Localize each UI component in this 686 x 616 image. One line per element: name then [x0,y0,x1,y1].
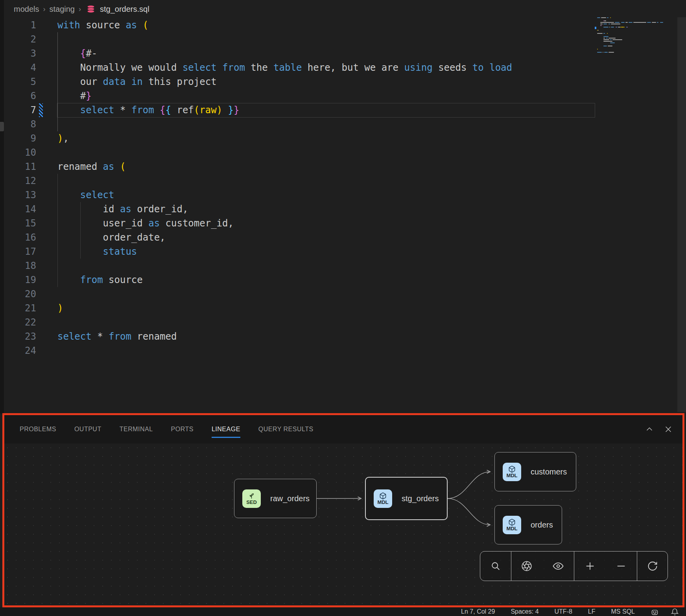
code-line-19[interactable]: 19 from source [0,273,686,287]
line-number: 18 [0,259,36,273]
code-editor[interactable]: 1with source as (23 {#-4 Normally we wou… [0,18,686,358]
badge-label: MDL [377,500,388,505]
minus-icon [616,561,627,572]
status-language-mode[interactable]: MS SQL [611,608,635,615]
model-badge: MDL [503,463,521,481]
line-number: 12 [0,174,36,188]
line-number: 6 [0,89,36,103]
refresh-button[interactable] [647,561,658,572]
code-line-11[interactable]: 11renamed as ( [0,160,686,174]
zoom-in-button[interactable] [585,561,596,572]
status-encoding[interactable]: UTF-8 [555,608,572,615]
eye-icon [552,560,564,572]
code-line-4[interactable]: 4 Normally we would select from the tabl… [0,61,686,75]
chevron-right-icon: › [43,5,45,13]
robot-icon [651,608,659,616]
line-number: 3 [0,46,36,61]
tab-ports[interactable]: PORTS [171,415,194,443]
code-line-7[interactable]: 7 select * from {{ ref(raw) }} [0,103,686,117]
cube-icon [508,465,516,473]
breadcrumb-folder-models[interactable]: models [14,5,39,14]
code-line-24[interactable]: 24 [0,344,686,358]
code-line-21[interactable]: 21) [0,301,686,315]
model-badge: MDL [374,489,392,508]
tab-query-results[interactable]: QUERY RESULTS [258,415,313,443]
breadcrumb-file[interactable]: stg_orders.sql [100,5,149,14]
code-line-13[interactable]: 13 select [0,188,686,202]
panel-maximize-button[interactable] [645,425,654,434]
cube-icon [379,492,387,500]
code-line-12[interactable]: 12 [0,174,686,188]
line-number: 1 [0,18,36,32]
code-line-3[interactable]: 3 {#- [0,46,686,61]
code-line-6[interactable]: 6 #} [0,89,686,103]
line-number: 5 [0,75,36,89]
plus-icon [585,561,596,572]
tab-terminal[interactable]: TERMINAL [120,415,153,443]
line-number: 7 [0,103,36,117]
node-label: stg_orders [402,494,439,503]
line-number: 15 [0,216,36,230]
line-number: 4 [0,61,36,75]
eye-button[interactable] [552,560,564,572]
notifications-bell-button[interactable] [671,608,679,616]
minimap[interactable] [597,17,672,55]
code-line-18[interactable]: 18 [0,259,686,273]
bell-icon [671,608,679,616]
code-line-17[interactable]: 17 status [0,245,686,259]
status-eol[interactable]: LF [588,608,596,615]
line-number: 23 [0,329,36,344]
line-number: 14 [0,202,36,216]
lineage-node-stg-orders[interactable]: MDL stg_orders [365,477,448,520]
aperture-button[interactable] [521,561,532,572]
line-number: 20 [0,287,36,301]
badge-label: MDL [506,526,517,531]
editor-scrollbar[interactable] [677,17,686,412]
lineage-node-orders[interactable]: MDL orders [494,505,562,544]
cube-icon [508,519,516,526]
line-number: 10 [0,145,36,160]
code-line-9[interactable]: 9), [0,131,686,145]
panel-tabs: PROBLEMS OUTPUT TERMINAL PORTS LINEAGE Q… [20,415,313,443]
lineage-canvas[interactable]: SED raw_orders MDL stg_orders MDL [3,443,683,607]
breadcrumb-folder-staging[interactable]: staging [49,5,75,14]
zoom-out-button[interactable] [616,561,627,572]
panel-close-button[interactable] [664,425,673,434]
tab-lineage[interactable]: LINEAGE [212,415,240,443]
search-button[interactable] [490,561,501,572]
sprout-icon [248,492,255,500]
code-line-16[interactable]: 16 order_date, [0,230,686,245]
code-line-5[interactable]: 5 our data in this project [0,75,686,89]
tab-output[interactable]: OUTPUT [74,415,101,443]
code-line-1[interactable]: 1with source as ( [0,18,686,32]
code-line-15[interactable]: 15 user_id as customer_id, [0,216,686,230]
copilot-robot-button[interactable] [651,608,659,616]
node-label: customers [531,467,567,476]
code-line-14[interactable]: 14 id as order_id, [0,202,686,216]
line-number: 8 [0,117,36,131]
code-line-20[interactable]: 20 [0,287,686,301]
tab-problems[interactable]: PROBLEMS [20,415,56,443]
line-number: 16 [0,230,36,245]
code-line-23[interactable]: 23select * from renamed [0,329,686,344]
breadcrumb: models › staging › stg_orders.sql [14,0,149,18]
panel-tab-bar: PROBLEMS OUTPUT TERMINAL PORTS LINEAGE Q… [3,415,683,443]
model-badge: MDL [503,516,521,534]
lineage-node-raw-orders[interactable]: SED raw_orders [234,479,317,518]
code-line-10[interactable]: 10 [0,145,686,160]
code-line-22[interactable]: 22 [0,315,686,329]
line-number: 19 [0,273,36,287]
badge-label: MDL [506,473,517,478]
status-indentation[interactable]: Spaces: 4 [511,608,538,615]
seed-badge: SED [242,489,261,508]
badge-label: SED [246,500,257,505]
database-icon [87,5,95,13]
lineage-toolbar [480,551,668,581]
search-icon [490,561,501,572]
status-cursor-position[interactable]: Ln 7, Col 29 [461,608,495,615]
aperture-icon [521,561,532,572]
lineage-node-customers[interactable]: MDL customers [494,452,576,491]
code-line-2[interactable]: 2 [0,32,686,46]
code-line-8[interactable]: 8 [0,117,686,131]
lineage-edges [3,443,683,607]
